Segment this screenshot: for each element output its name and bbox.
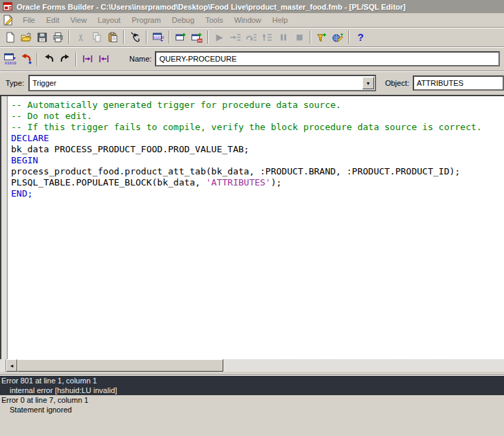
code-line: -- If this trigger fails to compile, ver… [11,122,504,133]
run-form-debug-icon[interactable] [173,29,189,45]
toolbar-separator [146,30,147,44]
code-line: PLSQL_TABLE.POPULATE_BLOCK(bk_data, 'ATT… [11,177,504,188]
scrollbar-corner [0,359,6,372]
horizontal-scrollbar[interactable]: ◄ [0,359,504,372]
compile-file-icon[interactable] [314,29,330,45]
code-line: DECLARE [11,133,504,144]
indent-icon[interactable] [80,51,95,67]
error-entry[interactable]: Error 0 at line 7, column 1 Statement ig… [0,395,504,415]
run-form-icon[interactable]: 01010 [150,29,166,45]
paste-icon[interactable] [104,29,120,45]
error-title: Error 0 at line 7, column 1 [0,395,504,405]
menu-window[interactable]: Window [229,14,267,26]
error-entry[interactable]: Error 801 at line 1, column 1 internal e… [0,375,504,395]
toolbar-separator [169,30,170,44]
menu-bar: File Edit View Layout Program Debug Tool… [0,13,504,27]
menu-file[interactable]: File [17,14,41,26]
type-label: Type: [6,79,24,87]
module-document-icon [3,15,15,26]
editor-left-strip [1,96,8,359]
code-content[interactable]: -- Automatically generated trigger for p… [8,96,504,359]
help-icon[interactable]: ? [353,29,368,45]
menu-edit[interactable]: Edit [41,14,65,26]
svg-text:01010: 01010 [153,35,164,39]
outdent-icon[interactable] [95,51,111,67]
name-input[interactable]: QUERY-PROCEDURE [155,51,500,66]
stop-icon[interactable] [291,29,307,45]
compile-plsql-icon[interactable]: 01010 [2,51,18,67]
title-bar: Oracle Forms Builder - C:\Users\insrpram… [0,0,504,13]
plsql-editor-toolbar: 01010 [0,46,504,71]
error-detail: internal error [hshuid:LU invalid] [0,385,504,395]
forms-builder-window: { "window": { "title": "Oracle Forms Bui… [0,0,504,436]
menu-help[interactable]: Help [267,14,294,26]
compilation-error-panel: Error 801 at line 1, column 1 internal e… [0,374,504,436]
object-value: ATTRIBUTES [417,79,464,87]
chevron-down-icon[interactable]: ▼ [362,77,374,89]
code-line: BEGIN [11,155,504,166]
forms-builder-app-icon [3,1,13,12]
name-value: QUERY-PROCEDURE [159,55,236,63]
menu-layout[interactable]: Layout [92,14,126,26]
error-detail: Statement ignored [0,405,504,415]
toolbar-separator [310,30,311,44]
connect-icon[interactable] [127,29,143,45]
toolbar-separator [207,30,209,44]
menu-tools[interactable]: Tools [200,14,229,26]
error-title: Error 801 at line 1, column 1 [0,376,504,385]
redo-icon[interactable] [57,51,73,67]
pause-icon[interactable] [275,29,291,45]
revert-icon[interactable] [18,51,34,67]
go-icon[interactable]: ▶ [212,29,227,45]
object-input[interactable]: ATTRIBUTES [413,75,504,91]
toolbar-separator [348,30,350,44]
menu-debug[interactable]: Debug [167,14,200,26]
compile-all-icon[interactable] [330,29,346,45]
toolbar-separator [37,53,38,66]
step-over-icon[interactable] [243,29,259,45]
toolbar-separator [75,53,77,66]
name-label: Name: [129,55,151,63]
step-into-icon[interactable] [227,29,243,45]
code-line: END; [11,188,504,199]
window-title: Oracle Forms Builder - C:\Users\insrpram… [17,3,406,11]
toolbar-separator [123,30,124,44]
open-folder-icon[interactable] [18,29,34,45]
main-toolbar: ✂ 01010 [0,27,504,46]
code-line: -- Do not edit. [11,111,504,122]
copy-icon[interactable] [88,29,104,45]
scroll-left-icon[interactable]: ◄ [6,359,17,372]
new-file-icon[interactable] [2,29,18,45]
type-object-row: Type: Trigger ▼ Object: ATTRIBUTES [0,71,504,95]
save-icon[interactable] [34,29,50,45]
code-editor-panel: -- Automatically generated trigger for p… [0,95,504,359]
code-line: -- Automatically generated trigger for p… [11,100,504,111]
svg-text:01010: 01010 [5,61,17,65]
step-out-icon[interactable] [259,29,275,45]
debug-form-icon[interactable] [189,29,205,45]
type-dropdown[interactable]: Trigger ▼ [28,75,376,91]
print-icon[interactable] [50,29,66,45]
object-label: Object: [385,79,409,87]
type-value: Trigger [32,79,56,87]
code-line: process_product_food.product_att_tab(bk_… [11,166,504,177]
scrollbar-thumb[interactable] [17,359,223,372]
scrollbar-track[interactable] [223,359,504,372]
toolbar-separator [68,30,70,44]
menu-view[interactable]: View [65,14,93,26]
cut-icon[interactable]: ✂ [73,29,88,45]
code-line: bk_data PROCESS_PRODUCT_FOOD.PROD_VALUE_… [11,144,504,155]
menu-program[interactable]: Program [126,14,166,26]
undo-icon[interactable] [41,51,57,67]
